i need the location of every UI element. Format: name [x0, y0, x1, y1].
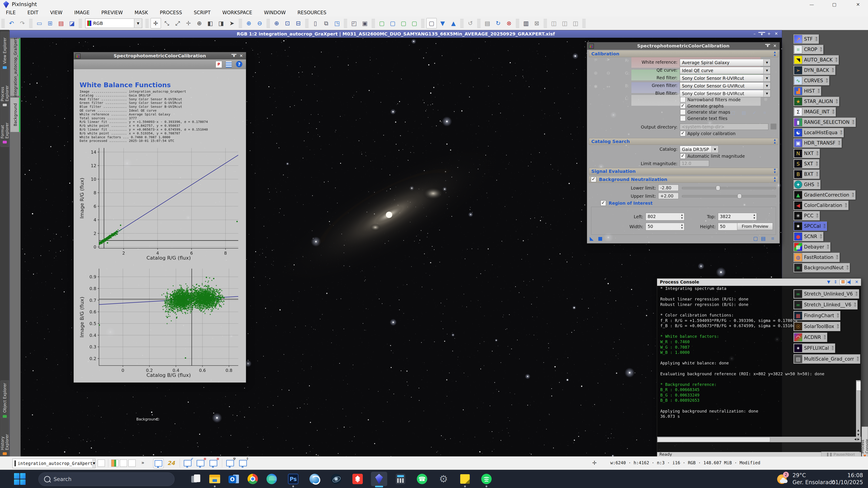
process-icon-pcc[interactable]: ✳PCCND: [794, 211, 820, 221]
auto-limit-checkbox[interactable]: [680, 153, 686, 159]
maximize-icon[interactable]: +: [766, 31, 772, 36]
start-button[interactable]: [14, 473, 26, 485]
detach-icon[interactable]: [840, 280, 846, 285]
process-icon-ghs[interactable]: ✦GHSND: [794, 180, 820, 189]
section-background-neutralization[interactable]: Background Neutralization ▲▲: [589, 176, 778, 183]
toolbar-icon[interactable]: ◫: [570, 18, 581, 28]
toolbar-icon[interactable]: ↷: [18, 18, 27, 28]
process-icon-spccal[interactable]: ✷SPCCalND: [794, 221, 827, 231]
toolbar-icon[interactable]: ⊞: [45, 18, 55, 28]
chevron-down-icon[interactable]: ▼: [763, 67, 770, 74]
toolbar-icon[interactable]: ◫: [549, 18, 559, 28]
toolbar-icon[interactable]: ↺: [465, 18, 475, 28]
close-all-views-icon[interactable]: ⊗: [209, 459, 218, 468]
menu-preview[interactable]: PREVIEW: [95, 9, 129, 15]
roi-width-stepper[interactable]: 50▲▼: [646, 223, 684, 230]
taskbar-app-chrome[interactable]: [245, 472, 261, 486]
spin-up-icon[interactable]: ▲: [680, 214, 684, 217]
toolbar-icon[interactable]: ▼: [438, 18, 447, 28]
apply-global-icon[interactable]: ■: [598, 236, 602, 241]
toolbar-icon[interactable]: ⊕: [194, 18, 204, 28]
menu-process[interactable]: PROCESS: [154, 9, 188, 15]
toolbar-icon[interactable]: ⤡: [162, 18, 172, 28]
chevron-down-icon[interactable]: ▼: [826, 280, 832, 284]
taskbar-app-photoshop[interactable]: Ps: [285, 472, 301, 486]
resize-vertical-icon[interactable]: ⇕: [833, 280, 838, 284]
shade-icon[interactable]: ▼: [758, 32, 765, 36]
generate-star-maps-checkbox[interactable]: [680, 109, 686, 115]
workspace-3-icon[interactable]: [128, 459, 135, 467]
taskbar-app-explorer[interactable]: [207, 472, 223, 486]
toolbar-icon[interactable]: ⊠: [532, 18, 542, 28]
chevron-down-icon[interactable]: ▼: [763, 75, 770, 81]
slider-knob[interactable]: [737, 194, 742, 199]
toolbar-icon[interactable]: ⧉: [321, 18, 331, 28]
section-calibration[interactable]: Calibration ▲▲: [589, 51, 778, 57]
edit-instance-icon[interactable]: ▤: [761, 236, 766, 241]
spin-down-icon[interactable]: ▼: [680, 217, 684, 220]
generate-text-files-checkbox[interactable]: [680, 116, 686, 121]
bit-depth-icon[interactable]: 24: [166, 459, 176, 468]
narrowband-checkbox[interactable]: [680, 97, 686, 102]
upper-limit-field[interactable]: +2.00: [658, 193, 679, 199]
slider-knob[interactable]: [716, 186, 720, 191]
workspace-2-icon[interactable]: [120, 459, 127, 467]
toolbar-icon[interactable]: ▣: [360, 18, 370, 28]
generate-graphs-checkbox[interactable]: [680, 103, 686, 109]
menu-file[interactable]: FILE: [0, 9, 22, 15]
menu-script[interactable]: SCRIPT: [188, 9, 216, 15]
section-catalog-search[interactable]: Catalog Search ▲▲: [589, 138, 778, 145]
toolbar-icon[interactable]: ⊗: [504, 18, 514, 28]
close-view-icon[interactable]: ⊗: [195, 459, 206, 468]
process-icon-image_int[interactable]: ΣIMAGE_INTND: [794, 107, 836, 117]
toolbar-icon[interactable]: ▢: [399, 18, 408, 28]
toolbar-icon[interactable]: ↶: [6, 18, 17, 28]
process-icon-range_selection[interactable]: ▮RANGE_SELECTIONND: [794, 118, 856, 127]
spcc-close-icon[interactable]: ✕: [772, 43, 777, 48]
menu-edit[interactable]: EDIT: [22, 9, 44, 15]
folder-icon[interactable]: [771, 124, 776, 129]
taskbar-app-spotify[interactable]: [478, 472, 495, 486]
process-icon-backgroundneut[interactable]: ≡BackgroundNeutND: [794, 263, 850, 272]
menu-workspace[interactable]: WORKSPACE: [217, 9, 258, 15]
toolbar-icon[interactable]: ◳: [332, 18, 342, 28]
scrollbar-thumb[interactable]: [657, 437, 770, 442]
upper-limit-slider[interactable]: [682, 194, 776, 198]
scrollbar-thumb[interactable]: [856, 381, 861, 391]
process-icon-findingchart[interactable]: ▦FindingChartND: [794, 311, 840, 320]
view-mode-icon[interactable]: [98, 459, 105, 467]
toolbar-icon[interactable]: ⊡: [283, 18, 292, 28]
process-icon-stretch_unlinked_v6[interactable]: ∞Stretch_Unlinked_V6ND: [794, 289, 859, 299]
channel-selector[interactable]: RGB▼: [85, 19, 142, 28]
vertical-scrollbar[interactable]: ▲ ▼: [856, 380, 861, 437]
image-tab-background[interactable]: Background: [10, 97, 21, 132]
toolbar-icon[interactable]: ⊖: [255, 18, 265, 28]
process-console-titlebar[interactable]: Process Console ▼ ⇕ ◀▏ ✕: [657, 279, 861, 286]
toolbar-icon[interactable]: ◪: [67, 18, 77, 28]
spin-down-icon[interactable]: ▼: [752, 217, 756, 220]
taskbar-app-calculator[interactable]: [393, 472, 409, 486]
menu-window[interactable]: WINDOW: [258, 9, 291, 15]
export-pdf-icon[interactable]: [216, 61, 222, 68]
toolbar-icon[interactable]: ◧: [205, 18, 215, 28]
taskbar-app-taskview[interactable]: [188, 472, 204, 486]
process-icon-hist[interactable]: ▟HISTND: [794, 86, 821, 96]
from-preview-button[interactable]: From Preview: [737, 223, 773, 230]
process-icon-gradientcorrection[interactable]: ▲GradientCorrectionND: [794, 190, 856, 200]
help-icon[interactable]: ?: [236, 61, 242, 67]
spcc-pin-icon[interactable]: ▼: [765, 44, 770, 48]
taskbar-app-galaxy[interactable]: [328, 472, 344, 486]
spcc-titlebar[interactable]: SpectrophotometricColorCalibration ▼ ✕: [587, 42, 780, 50]
chevron-down-icon[interactable]: ▼: [711, 146, 718, 153]
process-icon-colorcalibration[interactable]: ◀ColorCalibrationND: [794, 201, 848, 210]
app-close-button[interactable]: ✕: [851, 0, 865, 9]
toolbar-icon[interactable]: ↻: [493, 18, 503, 28]
taskbar-app-sticky[interactable]: [457, 472, 473, 486]
preview-marker-box[interactable]: [156, 418, 159, 420]
close-icon[interactable]: ✕: [773, 31, 780, 36]
process-icon-dyn_back[interactable]: ➢DYN_BACKND: [794, 66, 835, 75]
process-icon-stf[interactable]: ↗STFND: [794, 34, 819, 44]
toolbar-icon[interactable]: ▯: [310, 18, 320, 28]
console-command-area[interactable]: [657, 442, 861, 452]
preview-marker-label[interactable]: Background: [136, 417, 158, 421]
